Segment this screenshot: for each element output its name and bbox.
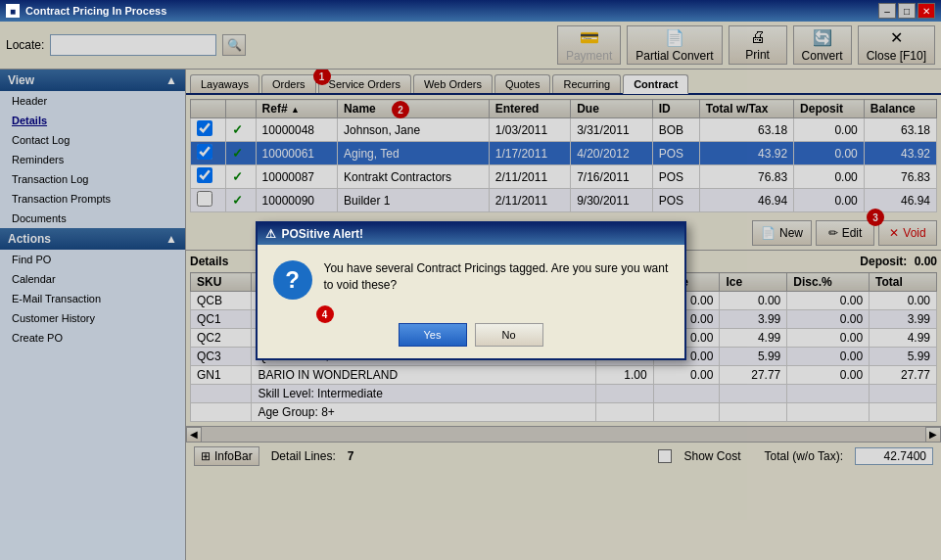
alert-icon: ⚠ <box>265 227 276 241</box>
modal-title: ⚠ POSitive Alert! <box>258 223 684 245</box>
window-controls: – □ ✕ <box>878 3 935 19</box>
modal-question-icon: ? <box>273 260 312 300</box>
modal-body: ? You have several Contract Pricings tag… <box>258 245 684 315</box>
modal-overlay: ⚠ POSitive Alert! ? You have several Con… <box>0 22 941 560</box>
no-button[interactable]: No <box>475 323 543 347</box>
app-icon: ■ <box>6 4 20 18</box>
modal-buttons: 4 Yes No <box>258 315 684 358</box>
modal-message: You have several Contract Pricings tagge… <box>324 260 669 294</box>
close-button[interactable]: ✕ <box>917 3 935 19</box>
maximize-button[interactable]: □ <box>898 3 916 19</box>
circle-4-badge: 4 <box>316 305 334 323</box>
window-title: Contract Pricing In Process <box>25 5 872 17</box>
title-bar: ■ Contract Pricing In Process – □ ✕ <box>0 0 941 22</box>
yes-button[interactable]: Yes <box>399 323 467 347</box>
alert-modal: ⚠ POSitive Alert! ? You have several Con… <box>256 221 686 360</box>
minimize-button[interactable]: – <box>878 3 896 19</box>
